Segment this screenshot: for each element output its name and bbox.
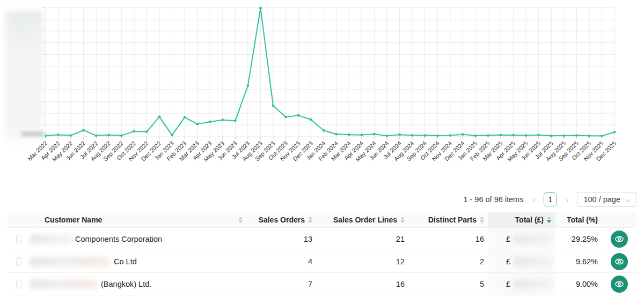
sort-icon-active-descending	[547, 217, 551, 223]
distinct-parts-cell: 5	[409, 280, 488, 288]
page-size-select[interactable]: 100 / page	[577, 192, 636, 207]
pagination-bar: 1 - 96 of 96 items ‹ 1 › 100 / page	[0, 191, 636, 208]
total-pct-cell: 9.62%	[555, 257, 602, 266]
sales-orders-cell: 13	[247, 235, 317, 243]
table-row: (Bangkok) Ltd. 7 16 5 £ 9.00%	[8, 273, 636, 295]
customer-name-cell: (Bangkok) Ltd.	[26, 279, 247, 289]
total-gbp-cell: £	[488, 273, 555, 295]
sales-orders-cell: 4	[247, 257, 317, 266]
y-axis-labels-redacted	[5, 11, 43, 140]
total-value-redacted	[514, 234, 551, 244]
customer-name-cell: Co Ltd	[26, 257, 247, 266]
column-title: Sales Order Lines	[333, 216, 397, 224]
pagination-page-1-button[interactable]: 1	[544, 192, 557, 206]
total-value-redacted	[514, 257, 551, 266]
sales-orders-cell: 7	[247, 280, 317, 288]
view-details-button[interactable]	[611, 231, 628, 248]
pagination-range-text: 1 - 96 of 96 items	[463, 195, 523, 204]
pagination-next-button[interactable]: ›	[562, 192, 572, 206]
currency-symbol: £	[506, 257, 510, 266]
table-header-row: Customer Name Sales Orders Sales Order L…	[8, 212, 636, 228]
chevron-left-icon: ‹	[532, 195, 535, 204]
total-value-redacted	[514, 279, 551, 289]
customer-name-cell: Components Corporation	[26, 234, 247, 244]
customer-name-redacted-prefix	[30, 279, 98, 289]
sort-icon	[480, 217, 484, 223]
column-title: Distinct Parts	[428, 216, 477, 224]
customers-table: Customer Name Sales Orders Sales Order L…	[8, 212, 636, 295]
column-header-sales-orders[interactable]: Sales Orders	[247, 212, 317, 227]
eye-icon	[614, 256, 625, 267]
customer-name-redacted-prefix	[30, 234, 72, 244]
column-header-sales-order-lines[interactable]: Sales Order Lines	[317, 212, 409, 227]
table-row: Co Ltd 4 12 2 £ 9.62%	[8, 250, 636, 273]
table-row: Components Corporation 13 21 16 £ 29.25%	[8, 228, 636, 250]
sales-order-lines-cell: 21	[317, 235, 409, 243]
row-checkbox[interactable]	[16, 280, 21, 288]
chevron-down-icon	[626, 197, 631, 202]
line-chart-canvas: Mar 2022Apr 2022May 2022Jun 2022Jul 2022…	[0, 0, 644, 177]
customer-name-text: Components Corporation	[75, 235, 162, 243]
page-size-value: 100 / page	[583, 195, 620, 204]
total-gbp-cell: £	[488, 250, 555, 272]
row-select-cell	[8, 235, 26, 243]
row-checkbox[interactable]	[16, 257, 21, 266]
distinct-parts-cell: 16	[409, 235, 488, 243]
customer-name-text: (Bangkok) Ltd.	[101, 280, 151, 288]
view-details-button[interactable]	[611, 276, 628, 293]
eye-icon	[614, 279, 625, 289]
currency-symbol: £	[506, 235, 510, 243]
pagination-prev-button[interactable]: ‹	[529, 192, 538, 206]
actions-cell	[602, 276, 636, 293]
customer-name-text: Co Ltd	[114, 257, 137, 266]
sort-icon	[308, 217, 312, 223]
column-title: Customer Name	[45, 216, 102, 224]
column-header-total-pct: Total (%)	[555, 216, 602, 224]
total-pct-cell: 29.25%	[555, 235, 602, 243]
view-details-button[interactable]	[611, 253, 628, 270]
column-header-total-gbp[interactable]: Total (£)	[488, 212, 555, 227]
row-select-cell	[8, 280, 26, 288]
sales-order-lines-cell: 16	[317, 280, 409, 288]
sort-icon	[400, 217, 405, 223]
column-title: Sales Orders	[259, 216, 305, 224]
currency-symbol: £	[506, 280, 510, 288]
row-select-cell	[8, 257, 26, 266]
orders-by-month-chart: Mar 2022Apr 2022May 2022Jun 2022Jul 2022…	[0, 0, 644, 177]
column-header-distinct-parts[interactable]: Distinct Parts	[409, 212, 488, 227]
total-gbp-cell: £	[488, 228, 555, 250]
actions-cell	[602, 253, 636, 270]
y-axis-origin-redacted	[21, 132, 44, 136]
current-page-number: 1	[548, 195, 553, 204]
sort-icon	[238, 217, 243, 223]
column-title: Total (£)	[515, 216, 544, 224]
total-pct-cell: 9.00%	[555, 280, 602, 288]
actions-cell	[602, 231, 636, 248]
column-header-customer-name[interactable]: Customer Name	[26, 212, 247, 227]
distinct-parts-cell: 2	[409, 257, 488, 266]
eye-icon	[614, 234, 625, 244]
column-title: Total (%)	[567, 216, 598, 224]
sales-order-lines-cell: 12	[317, 257, 409, 266]
customer-name-redacted-prefix	[30, 257, 111, 266]
row-checkbox[interactable]	[16, 235, 21, 243]
chevron-right-icon: ›	[566, 195, 568, 204]
orders-analytics-page: Mar 2022Apr 2022May 2022Jun 2022Jul 2022…	[0, 0, 644, 297]
